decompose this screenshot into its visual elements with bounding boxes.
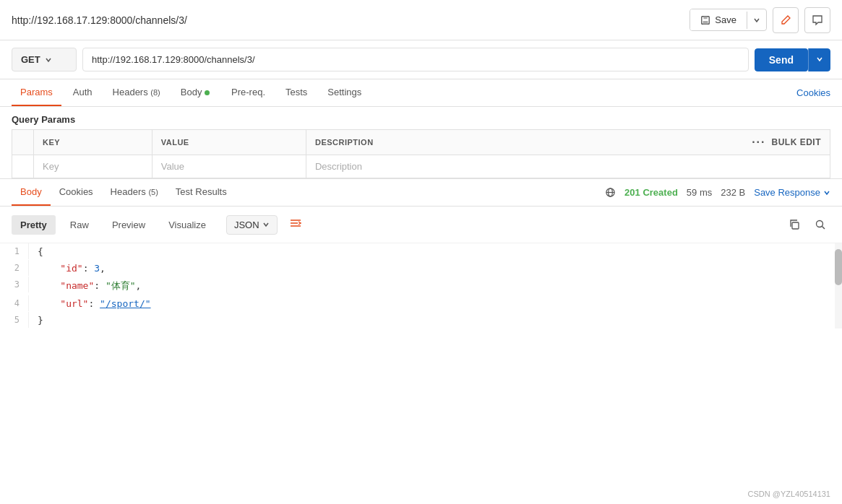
response-tab-headers[interactable]: Headers (5): [102, 179, 167, 206]
code-line-1: 1 {: [0, 243, 842, 260]
tab-settings[interactable]: Settings: [319, 79, 370, 106]
chevron-down-icon: [753, 17, 760, 24]
params-table: KEY VALUE DESCRIPTION ··· Bulk Edit Key …: [12, 129, 830, 178]
save-response-chevron-icon: [823, 189, 830, 196]
comment-button[interactable]: [804, 7, 830, 33]
line-num-3: 3: [0, 277, 29, 292]
globe-icon: [605, 187, 616, 198]
response-meta: 201 Created 59 ms 232 B Save Response: [605, 187, 830, 198]
save-label: Save: [715, 14, 736, 25]
line-num-4: 4: [0, 295, 29, 311]
value-col-header: VALUE: [152, 130, 306, 155]
tab-headers[interactable]: Headers (8): [104, 79, 169, 106]
format-visualize[interactable]: Visualize: [160, 215, 215, 235]
code-line-2: 2 "id": 3,: [0, 260, 842, 277]
code-line-5: 5 }: [0, 312, 842, 329]
response-tabs-bar: Body Cookies Headers (5) Test Results 20…: [0, 179, 842, 207]
svg-rect-2: [703, 20, 708, 23]
wrap-icon[interactable]: [283, 212, 308, 237]
v-scrollbar[interactable]: [835, 243, 842, 329]
request-tabs-left: Params Auth Headers (8) Body Pre-req. Te…: [12, 79, 370, 106]
row-checkbox-cell: [12, 155, 34, 178]
url-input[interactable]: [82, 48, 749, 71]
response-body-bar: Pretty Raw Preview Visualize JSON: [0, 207, 842, 243]
headers-badge: (8): [150, 88, 160, 97]
key-cell[interactable]: Key: [34, 155, 152, 178]
svg-rect-1: [704, 16, 708, 19]
send-chevron-button[interactable]: [808, 48, 830, 71]
code-area: 1 { 2 "id": 3, 3 "name": "体育", 4 "url": …: [0, 243, 842, 329]
description-col-header: DESCRIPTION ··· Bulk Edit: [306, 130, 830, 155]
send-label: Send: [769, 54, 794, 66]
tab-body[interactable]: Body: [172, 79, 220, 106]
search-icon: [815, 219, 826, 230]
copy-button[interactable]: [784, 214, 804, 235]
line-num-2: 2: [0, 260, 29, 276]
format-preview[interactable]: Preview: [103, 215, 154, 235]
save-chevron[interactable]: [747, 12, 766, 29]
method-selector[interactable]: GET: [12, 48, 77, 71]
method-chevron-icon: [45, 56, 52, 64]
line-content-1: {: [29, 243, 52, 260]
save-icon: [700, 15, 710, 25]
response-size: 232 B: [721, 187, 745, 198]
line-num-1: 1: [0, 243, 29, 259]
save-button[interactable]: Save: [690, 9, 747, 30]
method-label: GET: [21, 54, 40, 65]
top-bar-url: http://192.168.17.129:8000/channels/3/: [12, 14, 187, 26]
more-options-icon[interactable]: ···: [752, 136, 765, 149]
response-headers-badge: (5): [148, 188, 158, 196]
save-response-button[interactable]: Save Response: [754, 187, 830, 198]
response-status: 201 Created: [624, 187, 678, 198]
line-content-4: "url": "/sport/": [29, 295, 160, 312]
line-content-3: "name": "体育",: [29, 277, 150, 295]
top-bar-actions: Save: [690, 7, 830, 33]
tab-params[interactable]: Params: [12, 79, 61, 106]
tab-tests[interactable]: Tests: [277, 79, 316, 106]
svg-point-10: [817, 221, 823, 227]
send-button[interactable]: Send: [755, 48, 808, 71]
format-pretty[interactable]: Pretty: [12, 215, 56, 235]
wrap-lines-icon: [289, 217, 302, 230]
type-chevron-icon: [262, 221, 270, 228]
code-line-3: 3 "name": "体育",: [0, 277, 842, 295]
send-button-group: Send: [755, 48, 830, 71]
request-tabs-bar: Params Auth Headers (8) Body Pre-req. Te…: [0, 79, 842, 107]
tab-auth[interactable]: Auth: [64, 79, 101, 106]
response-tab-test-results[interactable]: Test Results: [167, 179, 236, 206]
value-cell[interactable]: Value: [152, 155, 306, 178]
top-bar: http://192.168.17.129:8000/channels/3/ S…: [0, 0, 842, 40]
edit-icon: [780, 14, 791, 26]
comment-icon: [812, 14, 823, 26]
code-line-4: 4 "url": "/sport/": [0, 295, 842, 312]
response-tab-body[interactable]: Body: [12, 179, 51, 206]
response-tab-cookies[interactable]: Cookies: [51, 179, 102, 206]
body-dot-indicator: [205, 90, 210, 95]
cookies-button[interactable]: Cookies: [796, 87, 830, 98]
response-section: Body Cookies Headers (5) Test Results 20…: [0, 178, 842, 329]
svg-line-11: [822, 227, 825, 230]
save-button-group: Save: [690, 9, 767, 31]
type-selector[interactable]: JSON: [226, 215, 278, 235]
svg-rect-9: [792, 222, 799, 229]
edit-button[interactable]: [773, 7, 799, 33]
line-content-2: "id": 3,: [29, 260, 114, 277]
bulk-edit-button[interactable]: Bulk Edit: [772, 137, 822, 147]
send-chevron-icon: [816, 56, 823, 63]
query-params-title: Query Params: [12, 114, 830, 125]
description-cell[interactable]: Description: [306, 155, 830, 178]
type-label: JSON: [234, 220, 259, 230]
table-row: Key Value Description: [12, 155, 830, 178]
v-scrollbar-thumb[interactable]: [835, 249, 842, 285]
watermark: CSDN @YZL40514131: [747, 490, 830, 498]
query-params-section: Query Params KEY VALUE DESCRIPTION ··· B…: [0, 107, 842, 178]
search-button[interactable]: [810, 214, 830, 235]
request-bar: GET Send: [0, 40, 842, 79]
checkbox-col-header: [12, 130, 34, 155]
line-content-5: }: [29, 312, 52, 329]
format-raw[interactable]: Raw: [61, 215, 98, 235]
copy-icon: [789, 219, 800, 230]
response-tabs-left: Body Cookies Headers (5) Test Results: [12, 179, 236, 206]
key-col-header: KEY: [34, 130, 152, 155]
tab-prereq[interactable]: Pre-req.: [223, 79, 274, 106]
